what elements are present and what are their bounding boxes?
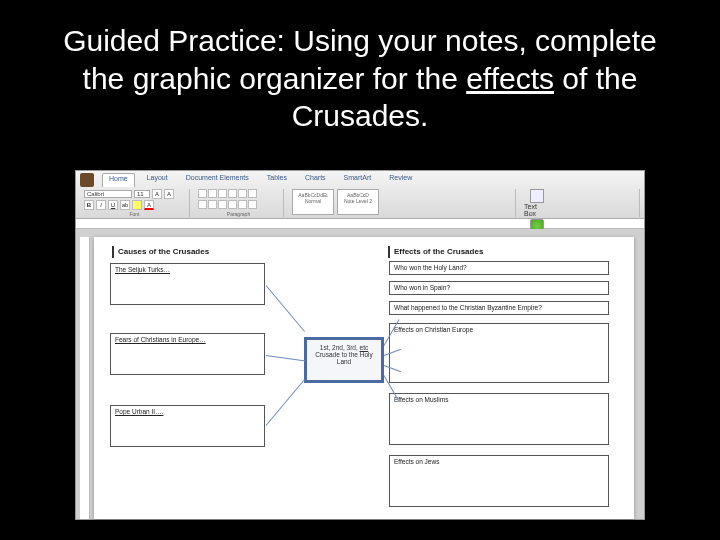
- bullets-button[interactable]: [198, 189, 207, 198]
- tab-home[interactable]: Home: [102, 173, 135, 187]
- indent-inc-button[interactable]: [238, 189, 247, 198]
- sort-button[interactable]: [248, 189, 257, 198]
- linespacing-button[interactable]: [238, 200, 247, 209]
- group-paragraph-label: Paragraph: [198, 211, 279, 217]
- connector: [266, 355, 306, 362]
- align-left-button[interactable]: [198, 200, 207, 209]
- strike-button[interactable]: ab: [120, 200, 130, 210]
- document-area: Causes of the Crusades Effects of the Cr…: [76, 229, 644, 519]
- justify-button[interactable]: [228, 200, 237, 209]
- ribbon-tabs: Home Layout Document Elements Tables Cha…: [76, 171, 644, 187]
- cause-box-1[interactable]: The Seljuk Turks…: [110, 263, 265, 305]
- center-box[interactable]: 1st, 2nd, 3rd, etc Crusade to the Holy L…: [304, 337, 384, 383]
- group-font: Calibri 11 A A B I U ab A Font: [80, 189, 190, 217]
- cause-box-3[interactable]: Pope Urban II….: [110, 405, 265, 447]
- grow-font[interactable]: A: [152, 189, 162, 199]
- word-window: Home Layout Document Elements Tables Cha…: [75, 170, 645, 520]
- style-note-level-2[interactable]: AaBbCcD Note Level 2: [337, 189, 379, 215]
- align-right-button[interactable]: [218, 200, 227, 209]
- multilevel-button[interactable]: [218, 189, 227, 198]
- causes-header: Causes of the Crusades: [118, 247, 209, 256]
- group-paragraph: Paragraph: [194, 189, 284, 217]
- effect-box-1[interactable]: Who won the Holy Land?: [389, 261, 609, 275]
- effect-box-3[interactable]: What happened to the Christian Byzantine…: [389, 301, 609, 315]
- highlight-button[interactable]: [132, 200, 142, 210]
- tab-document-elements[interactable]: Document Elements: [180, 173, 255, 187]
- group-styles: AaBbCcDdEt Normal AaBbCcD Note Level 2: [288, 189, 516, 217]
- document-page[interactable]: Causes of the Crusades Effects of the Cr…: [94, 237, 634, 519]
- effect-box-6[interactable]: Effects on Jews: [389, 455, 609, 507]
- app-button[interactable]: [80, 173, 94, 187]
- slide-title: Guided Practice: Using your notes, compl…: [0, 0, 720, 145]
- font-name-select[interactable]: Calibri: [84, 190, 132, 198]
- insert-textbox[interactable]: Text Box: [524, 189, 550, 217]
- ribbon: Home Layout Document Elements Tables Cha…: [76, 171, 644, 219]
- connector: [266, 285, 305, 332]
- underline-button[interactable]: U: [108, 200, 118, 210]
- style-normal[interactable]: AaBbCcDdEt Normal: [292, 189, 334, 215]
- shrink-font[interactable]: A: [164, 189, 174, 199]
- effects-header: Effects of the Crusades: [394, 247, 483, 256]
- shading-button[interactable]: [248, 200, 257, 209]
- tab-tables[interactable]: Tables: [261, 173, 293, 187]
- numbering-button[interactable]: [208, 189, 217, 198]
- effect-box-4[interactable]: Effects on Christian Europe: [389, 323, 609, 383]
- font-color-button[interactable]: A: [144, 200, 154, 210]
- align-center-button[interactable]: [208, 200, 217, 209]
- vertical-ruler[interactable]: [80, 237, 90, 519]
- tab-review[interactable]: Review: [383, 173, 418, 187]
- indent-dec-button[interactable]: [228, 189, 237, 198]
- effect-box-2[interactable]: Who won in Spain?: [389, 281, 609, 295]
- italic-button[interactable]: I: [96, 200, 106, 210]
- group-font-label: Font: [84, 211, 185, 217]
- tab-layout[interactable]: Layout: [141, 173, 174, 187]
- font-size-select[interactable]: 11: [134, 190, 150, 198]
- effect-box-5[interactable]: Effects on Muslims: [389, 393, 609, 445]
- horizontal-ruler[interactable]: [76, 219, 644, 229]
- bold-button[interactable]: B: [84, 200, 94, 210]
- tab-smartart[interactable]: SmartArt: [338, 173, 378, 187]
- connector: [266, 379, 305, 426]
- group-insert: Text Box Shape Picture Themes: [520, 189, 640, 217]
- cause-box-2[interactable]: Fears of Christians in Europe…: [110, 333, 265, 375]
- tab-charts[interactable]: Charts: [299, 173, 332, 187]
